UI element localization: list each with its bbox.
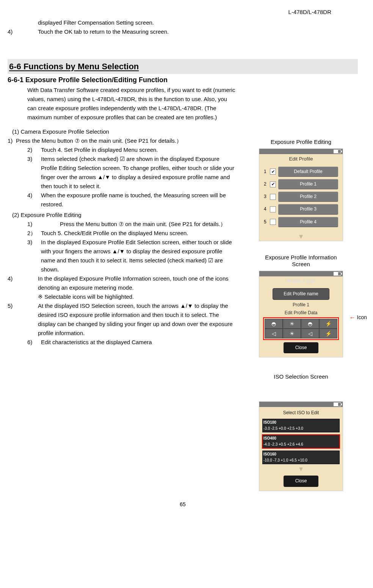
list-number: 3) <box>27 238 41 274</box>
row-number: 2 <box>264 181 268 188</box>
sub2-title: (2) Exposure Profile Editing <box>12 211 237 220</box>
iso-row[interactable]: ISO160-10.0 -7.3 +1.0 +6.5 +10.0 <box>262 451 340 464</box>
sub1-step4: 4) When the exposure profile name is tou… <box>27 191 237 209</box>
profile-row: 2✔Profile 1 <box>264 179 338 189</box>
mode-icon-reflected-ambient[interactable]: ◁ <box>265 329 283 338</box>
sub2-step4: 4) In the displayed Exposure Profile Inf… <box>8 274 237 292</box>
checkbox[interactable] <box>270 219 276 225</box>
sub2-step1: 1) Press the Menu button ⑦ on the main u… <box>27 220 237 229</box>
sub1-step3: 3) Items selected (check marked) ☑ are s… <box>27 154 237 191</box>
mode-icon-flash[interactable]: ⚡ <box>319 319 337 329</box>
screen-iso-selection: Select ISO to Edit ISO100-3.0 -2.5 +0.0 … <box>259 401 343 491</box>
checkbox[interactable]: ✔ <box>270 168 276 175</box>
status-bar <box>259 271 343 276</box>
mode-icon-reflected-flash[interactable]: ◁ <box>301 329 319 338</box>
list-text: Touch 4. Set Profile in displayed Menu s… <box>41 145 158 154</box>
screen-title: Profile 2 Edit <box>259 276 343 287</box>
row-number: 3 <box>264 193 268 200</box>
icon-callout: ← Icon <box>349 313 367 323</box>
checkbox[interactable] <box>270 206 276 212</box>
row-number: 4 <box>264 206 268 213</box>
battery-icon <box>334 402 341 406</box>
list-text: In the displayed Exposure Profile Edit S… <box>41 238 237 274</box>
caption-screen-3: ISO Selection Screen <box>274 373 328 380</box>
list-number: 6) <box>27 338 41 347</box>
list-text: At the displayed ISO Selection screen, t… <box>38 301 237 338</box>
sub2-step3: 3) In the displayed Exposure Profile Edi… <box>27 238 237 274</box>
list-text: Touch 5. Check/Edit Profile on the displ… <box>41 229 188 238</box>
sub2-step4-note: ※ Selectable icons will be highlighted. <box>38 292 237 301</box>
screen-edit-profile: Edit Profile 1✔Default Profile2✔Profile … <box>259 148 343 241</box>
page-number: 65 <box>8 500 358 508</box>
profile-button[interactable]: Profile 2 <box>278 192 338 202</box>
caption-screen-1: Exposure Profile Editing <box>271 139 331 145</box>
caption-screen-2: Exposure Profile InformationScreen <box>265 254 337 268</box>
screen-title: Edit Profile <box>259 154 343 164</box>
list-number: 3) <box>27 154 41 191</box>
chevron-down-icon[interactable]: ▾ <box>262 466 340 471</box>
screen-title: Select ISO to Edit <box>262 409 340 416</box>
profile-button[interactable]: Profile 1 <box>278 179 338 189</box>
intro-step-4: 4) Touch the OK tab to return to the Mea… <box>8 27 358 36</box>
profile-button[interactable]: Default Profile <box>278 167 338 177</box>
list-text: In the displayed Exposure Profile Inform… <box>38 274 237 292</box>
intro-paragraph: With Data Transfer Software created expo… <box>27 86 237 122</box>
screen-profile-info: Profile 2 Edit Edit Profile name Profile… <box>259 271 343 358</box>
profile-button[interactable]: Profile 4 <box>278 217 338 227</box>
sub2-step5: 5) At the displayed ISO Selection screen… <box>8 301 237 338</box>
sub1-step2: 2) Touch 4. Set Profile in displayed Men… <box>27 145 237 154</box>
list-number: 1) <box>8 136 16 145</box>
list-text: Edit characteristics at the displayed Ca… <box>41 338 152 347</box>
status-bar <box>259 149 343 154</box>
profile-name-label: Profile 1 <box>259 301 343 309</box>
list-number: 5) <box>8 301 38 338</box>
list-text: Items selected (check marked) ☑ are show… <box>41 154 237 191</box>
row-number: 5 <box>264 218 268 226</box>
list-number: 1) <box>27 220 41 229</box>
mode-icon-flash[interactable]: ⚡ <box>319 329 337 338</box>
profile-row: 1✔Default Profile <box>264 167 338 177</box>
chevron-down-icon[interactable]: ▾ <box>259 234 343 239</box>
list-number: 2） <box>27 229 41 238</box>
subsection-title: 6-6-1 Exposure Profile Selection/Editing… <box>8 75 358 86</box>
profile-row: 4Profile 3 <box>264 204 338 214</box>
metering-mode-icons: ◓ ☀ ◓ ⚡ ◁ ☀ ◁ ⚡ <box>263 317 339 340</box>
battery-icon <box>334 150 341 153</box>
edit-profile-name-button[interactable]: Edit Profile name <box>273 288 329 300</box>
row-number: 1 <box>264 168 268 175</box>
list-number: 4) <box>8 27 38 36</box>
mode-icon-sun[interactable]: ☀ <box>283 329 301 338</box>
list-text: Touch the OK tab to return to the Measur… <box>38 27 169 36</box>
sub1-step1: 1) Press the Menu button ⑦ on the main u… <box>8 136 237 145</box>
list-number: 2) <box>27 145 41 154</box>
edit-profile-data-label: Edit Profile Data <box>259 309 343 317</box>
sub1-title: (1) Camera Exposure Profile Selection <box>12 127 237 136</box>
document-header-model: L-478D/L-478DR <box>8 8 331 17</box>
sub2-step2: 2） Touch 5. Check/Edit Profile on the di… <box>27 229 237 238</box>
list-text: Press the Menu button ⑦ on the main unit… <box>16 136 182 145</box>
checkbox[interactable] <box>270 194 276 200</box>
mode-icon-incident-ambient[interactable]: ◓ <box>265 319 283 329</box>
status-bar <box>259 402 343 407</box>
list-number: 4) <box>27 191 41 209</box>
list-text: When the exposure profile name is touche… <box>41 191 237 209</box>
profile-row: 3Profile 2 <box>264 192 338 202</box>
close-button[interactable]: Close <box>284 342 318 353</box>
profile-row: 5Profile 4 <box>264 217 338 227</box>
sub2-step6: 6) Edit characteristics at the displayed… <box>27 338 237 347</box>
mode-icon-sun[interactable]: ☀ <box>283 319 301 329</box>
continued-text: displayed Filter Compensation Setting sc… <box>38 18 358 27</box>
iso-row[interactable]: ISO100-3.0 -2.5 +0.0 +2.5 +3.0 <box>262 419 340 432</box>
profile-button[interactable]: Profile 3 <box>278 204 338 214</box>
mode-icon-incident-flash[interactable]: ◓ <box>301 319 319 329</box>
iso-row[interactable]: ISO400-4.0 -2.3 +0.5 +2.6 +4.6 <box>262 435 340 448</box>
battery-icon <box>334 272 341 276</box>
checkbox[interactable]: ✔ <box>270 181 276 187</box>
list-text: Press the Menu button ⑦ on the main unit… <box>41 220 226 229</box>
list-number: 4) <box>8 274 38 292</box>
section-title: 6-6 Functions by Menu Selection <box>8 59 358 74</box>
arrow-left-icon: ← <box>349 313 356 323</box>
close-button[interactable]: Close <box>284 476 318 487</box>
